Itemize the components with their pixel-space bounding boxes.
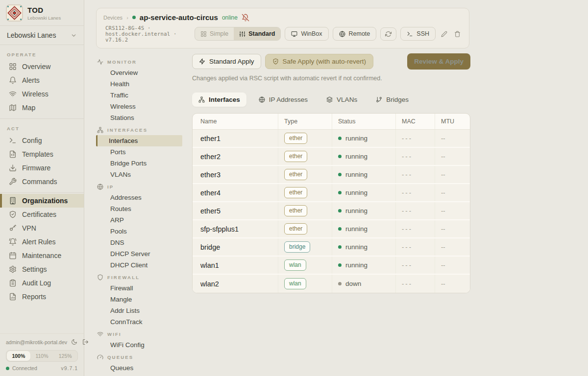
gear-icon bbox=[9, 265, 17, 273]
sidebar-item-audit-log[interactable]: Audit Log bbox=[0, 276, 84, 290]
calendar-icon bbox=[9, 252, 17, 259]
device-nav-item-dhcp-client[interactable]: DHCP Client bbox=[96, 259, 182, 271]
device-nav-item-interfaces[interactable]: Interfaces bbox=[96, 135, 182, 146]
device-nav-item-dns[interactable]: DNS bbox=[96, 237, 182, 248]
device-nav-item-ports[interactable]: Ports bbox=[96, 146, 182, 158]
device-nav-item-dhcp-server[interactable]: DHCP Server bbox=[96, 248, 182, 259]
view-toggle-simple[interactable]: Simple bbox=[195, 27, 234, 40]
table-row-bridge[interactable]: bridgebridgerunning----- bbox=[193, 238, 470, 257]
device-nav-item-pools[interactable]: Pools bbox=[96, 226, 182, 237]
app-version: v9.7.1 bbox=[61, 365, 78, 371]
cell-status: running bbox=[332, 202, 395, 219]
sidebar-item-maintenance[interactable]: Maintenance bbox=[0, 249, 84, 262]
trash-button[interactable] bbox=[453, 29, 462, 39]
tab-bridges[interactable]: Bridges bbox=[369, 93, 415, 107]
table-row-wlan1[interactable]: wlan1wlanrunning----- bbox=[193, 257, 470, 275]
map-icon bbox=[9, 104, 17, 112]
device-nav-section-interfaces: INTERFACES bbox=[96, 123, 192, 135]
cell-mtu: -- bbox=[435, 275, 470, 293]
sidebar: TOD Lebowski Lanes Lebowski Lanes OPERAT… bbox=[0, 0, 84, 376]
device-nav-item-queues[interactable]: Queues bbox=[96, 362, 182, 374]
workspace-selector[interactable]: Lebowski Lanes bbox=[0, 25, 84, 45]
device-nav-item-bridge-ports[interactable]: Bridge Ports bbox=[96, 158, 182, 169]
table-row-ether4[interactable]: ether4etherrunning----- bbox=[193, 184, 470, 202]
device-nav-item-vlans[interactable]: VLANs bbox=[96, 169, 182, 180]
device-nav-item-mangle[interactable]: Mangle bbox=[96, 294, 182, 305]
brand: TOD Lebowski Lanes bbox=[0, 0, 84, 25]
device-nav-item-stations[interactable]: Stations bbox=[96, 112, 182, 123]
device-nav-item-conntrack[interactable]: ConnTrack bbox=[96, 316, 182, 328]
sidebar-item-alerts[interactable]: Alerts bbox=[0, 73, 84, 87]
tab-ip-addresses[interactable]: IP Addresses bbox=[252, 93, 314, 107]
sidebar-item-templates[interactable]: Templates bbox=[0, 147, 84, 161]
sidebar-item-firmware[interactable]: Firmware bbox=[0, 161, 84, 175]
device-nav-item-firewall[interactable]: Firewall bbox=[96, 282, 182, 294]
tab-label: IP Addresses bbox=[269, 96, 308, 103]
cell-name: ether1 bbox=[193, 130, 278, 147]
table-row-ether5[interactable]: ether5etherrunning----- bbox=[193, 202, 470, 220]
table-row-ether2[interactable]: ether2etherrunning----- bbox=[193, 148, 470, 166]
sidebar-item-alert-rules[interactable]: Alert Rules bbox=[0, 235, 84, 249]
sidebar-item-settings[interactable]: Settings bbox=[0, 262, 84, 276]
remote-button[interactable]: Remote bbox=[333, 27, 377, 41]
sidebar-item-config[interactable]: Config bbox=[0, 134, 84, 147]
view-toggle: SimpleStandard bbox=[195, 27, 281, 41]
cell-type: wlan bbox=[278, 257, 332, 274]
mac-value: --- bbox=[402, 189, 413, 196]
table-row-wlan2[interactable]: wlan2wlandown----- bbox=[193, 275, 470, 293]
ssh-button[interactable]: SSH bbox=[400, 27, 436, 41]
mac-value: --- bbox=[402, 153, 413, 160]
device-nav-item-routes[interactable]: Routes bbox=[96, 203, 182, 214]
device-header-card: Devices › ap-service-auto-circus online … bbox=[96, 8, 469, 48]
workspace-name: Lebowski Lanes bbox=[7, 31, 56, 39]
device-nav-item-wireless[interactable]: Wireless bbox=[96, 101, 182, 112]
device-nav-item-traffic[interactable]: Traffic bbox=[96, 90, 182, 101]
device-nav-item-overview[interactable]: Overview bbox=[96, 67, 182, 78]
tab-label: Interfaces bbox=[209, 96, 240, 103]
interfaces-table: NameTypeStatusMACMTU ether1etherrunning-… bbox=[192, 113, 470, 293]
bell-slash-icon[interactable] bbox=[242, 14, 249, 22]
refresh-button[interactable] bbox=[380, 27, 396, 41]
status-dot-icon bbox=[338, 227, 342, 231]
pencil-button[interactable] bbox=[440, 29, 449, 39]
sidebar-item-certificates[interactable]: Certificates bbox=[0, 208, 84, 221]
breadcrumb-devices-link[interactable]: Devices bbox=[103, 15, 122, 21]
standard-apply-button[interactable]: Standard Apply bbox=[192, 54, 261, 69]
column-header-mtu: MTU bbox=[435, 114, 470, 129]
sidebar-item-organizations[interactable]: Organizations bbox=[0, 194, 84, 208]
pencil-icon bbox=[441, 31, 447, 37]
zoom-option-125[interactable]: 125% bbox=[53, 351, 77, 361]
sidebar-item-vpn[interactable]: VPN bbox=[0, 221, 84, 235]
account-email: admin@mikrotik-portal.dev bbox=[6, 339, 67, 345]
sidebar-item-label: Reports bbox=[22, 293, 46, 301]
apply-description: Changes applied via RSC script with auto… bbox=[192, 75, 470, 82]
sidebar-item-commands[interactable]: Commands bbox=[0, 175, 84, 188]
device-nav-item-addr-lists[interactable]: Addr Lists bbox=[96, 305, 182, 316]
table-row-sfp-sfpplus1[interactable]: sfp-sfpplus1etherrunning----- bbox=[193, 220, 470, 238]
dark-mode-toggle[interactable] bbox=[70, 338, 78, 346]
sidebar-item-reports[interactable]: Reports bbox=[0, 290, 84, 304]
cell-mac: --- bbox=[395, 202, 435, 219]
device-nav-item-addresses[interactable]: Addresses bbox=[96, 192, 182, 203]
table-row-ether3[interactable]: ether3etherrunning----- bbox=[193, 166, 470, 184]
tab-interfaces[interactable]: Interfaces bbox=[192, 93, 246, 107]
view-toggle-standard[interactable]: Standard bbox=[234, 27, 280, 40]
tab-vlans[interactable]: VLANs bbox=[320, 93, 364, 107]
sidebar-item-overview[interactable]: Overview bbox=[0, 60, 84, 73]
device-nav: MONITOROverviewHealthTrafficWirelessStat… bbox=[96, 53, 192, 376]
sidebar-item-wireless[interactable]: Wireless bbox=[0, 87, 84, 101]
sidebar-item-map[interactable]: Map bbox=[0, 101, 84, 115]
status-dot-icon bbox=[338, 245, 342, 249]
safe-apply-button[interactable]: Safe Apply (with auto-revert) bbox=[265, 54, 373, 69]
tab-label: Bridges bbox=[386, 96, 409, 103]
review-apply-button[interactable]: Review & Apply bbox=[407, 53, 470, 70]
zoom-option-100[interactable]: 100% bbox=[7, 351, 30, 361]
device-nav-item-wifi-config[interactable]: WiFi Config bbox=[96, 339, 182, 351]
breadcrumb-separator: › bbox=[126, 15, 128, 21]
winbox-button[interactable]: WinBox bbox=[285, 27, 328, 41]
sidebar-item-label: Firmware bbox=[22, 164, 50, 172]
device-nav-item-health[interactable]: Health bbox=[96, 78, 182, 90]
device-nav-item-arp[interactable]: ARP bbox=[96, 214, 182, 226]
zoom-option-110[interactable]: 110% bbox=[30, 351, 54, 361]
table-row-ether1[interactable]: ether1etherrunning----- bbox=[193, 130, 470, 148]
